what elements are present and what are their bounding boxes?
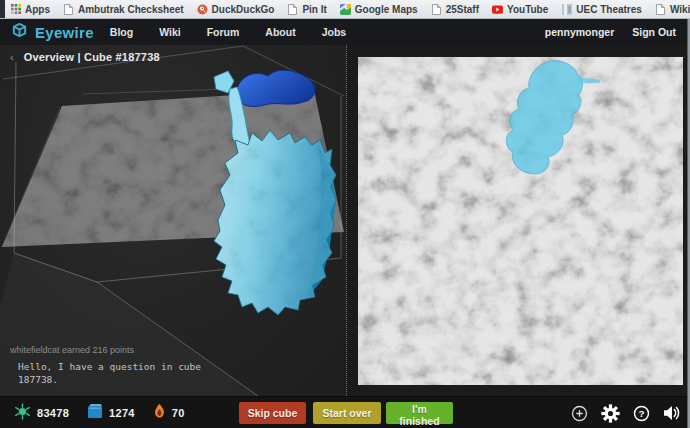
bookmark-wikipedia[interactable]: Wikipedia: [655, 4, 690, 15]
cubes-value: 1274: [109, 407, 135, 419]
points-value: 83478: [37, 407, 69, 419]
breadcrumb-label: Overview | Cube #187738: [24, 51, 160, 63]
bookmark-25staff[interactable]: 25Staff: [431, 4, 479, 15]
uec-theatres-icon: [561, 4, 572, 15]
eyewire-app-window: Apps Ambutrak Checksheet DuckDuckGo Pin …: [0, 0, 690, 428]
window-edge: [0, 0, 5, 19]
google-maps-icon: [340, 4, 351, 15]
im-finished-button[interactable]: I'm finished: [386, 402, 453, 424]
chat-overlay: whitefieldcat earned 216 points Hello, I…: [10, 345, 201, 386]
player-stats: 83478 1274 70: [14, 397, 193, 428]
eyewire-navbar: Eyewire Blog Wiki Forum About Jobs penny…: [0, 19, 690, 45]
bookmark-label: YouTube: [507, 4, 548, 15]
chat-message-line2: 187738.: [18, 373, 201, 386]
streak-stat: 70: [153, 403, 185, 424]
cube-3d-scene: [0, 45, 346, 396]
bookmark-label: Pin It: [302, 4, 326, 15]
bookmark-duckduckgo[interactable]: DuckDuckGo: [197, 4, 275, 15]
em-slice-image: [358, 57, 683, 385]
cube-count-icon: [87, 403, 103, 423]
bookmark-uec-theatres[interactable]: UEC Theatres: [561, 4, 642, 15]
nav-link-wiki[interactable]: Wiki: [159, 26, 181, 38]
cubes-stat: 1274: [87, 403, 135, 423]
youtube-icon: [492, 4, 503, 15]
toolbar-icons: ?: [571, 397, 681, 428]
start-over-button[interactable]: Start over: [313, 402, 381, 424]
streak-value: 70: [172, 407, 185, 419]
browser-bookmarks-bar: Apps Ambutrak Checksheet DuckDuckGo Pin …: [0, 0, 690, 19]
question-mark-glyph: ?: [638, 408, 644, 419]
duckduckgo-icon: [197, 4, 208, 15]
page-icon: [287, 4, 298, 15]
bookmark-label: 25Staff: [446, 4, 479, 15]
nav-link-forum[interactable]: Forum: [207, 26, 240, 38]
em-slice-canvas[interactable]: [358, 57, 683, 385]
page-icon: [655, 4, 666, 15]
eyewire-logo-icon: [10, 22, 29, 42]
points-stat: 83478: [14, 403, 69, 424]
breadcrumb[interactable]: ‹ Overview | Cube #187738: [10, 51, 160, 63]
eyewire-home-link[interactable]: Eyewire: [10, 22, 94, 42]
main-workspace: ‹ Overview | Cube #187738 whitefieldcat …: [0, 45, 690, 396]
bookmark-youtube[interactable]: YouTube: [492, 4, 548, 15]
chat-message-line1: Hello, I have a question in cube: [18, 360, 201, 373]
page-icon: [431, 4, 442, 15]
nav-link-jobs[interactable]: Jobs: [322, 26, 347, 38]
viewer-2d-panel: [346, 45, 690, 396]
skip-cube-button[interactable]: Skip cube: [239, 402, 306, 424]
bookmark-label: UEC Theatres: [576, 4, 642, 15]
volume-button[interactable]: [663, 405, 681, 421]
bookmark-label: DuckDuckGo: [212, 4, 275, 15]
neuron-branch-dark-blue: [236, 70, 315, 106]
viewer-3d[interactable]: ‹ Overview | Cube #187738 whitefieldcat …: [0, 45, 346, 396]
nav-links: Blog Wiki Forum About Jobs: [110, 26, 346, 38]
flame-icon: [153, 403, 166, 424]
bookmark-ambutrak-checksheet[interactable]: Ambutrak Checksheet: [63, 4, 184, 15]
apps-grid-icon: [10, 4, 21, 15]
sign-out-link[interactable]: Sign Out: [632, 26, 676, 38]
nav-link-blog[interactable]: Blog: [110, 26, 133, 38]
settings-gear-button[interactable]: [601, 404, 620, 423]
bookmark-label: Apps: [25, 4, 50, 15]
bookmark-label: Ambutrak Checksheet: [78, 4, 184, 15]
status-bar: 83478 1274 70 Skip cube Start over I'm f…: [0, 396, 690, 428]
brand-name: Eyewire: [35, 24, 94, 41]
bookmark-pin-it[interactable]: Pin It: [287, 4, 326, 15]
back-chevron-icon[interactable]: ‹: [10, 51, 14, 63]
nav-link-about[interactable]: About: [265, 26, 295, 38]
chat-event-text: whitefieldcat earned 216 points: [10, 345, 201, 355]
bookmark-label: Wikipedia: [670, 4, 690, 15]
bookmark-apps[interactable]: Apps: [10, 4, 50, 15]
zoom-reticle-button[interactable]: [571, 405, 588, 422]
neuron-points-icon: [14, 403, 31, 424]
bookmark-label: Google Maps: [355, 4, 418, 15]
username-link[interactable]: pennymonger: [545, 26, 614, 38]
bookmark-google-maps[interactable]: Google Maps: [340, 4, 418, 15]
help-button[interactable]: ?: [633, 405, 650, 422]
page-icon: [63, 4, 74, 15]
